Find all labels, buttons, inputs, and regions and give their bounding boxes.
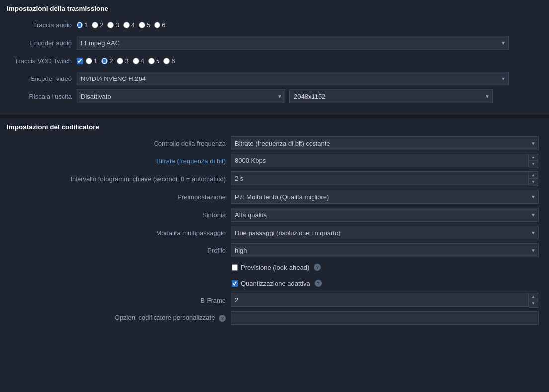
audio-track-2[interactable]: 2 <box>92 21 103 29</box>
bframe-spinbox[interactable] <box>231 293 529 307</box>
rescale-select[interactable]: Disattivato <box>77 89 285 103</box>
enc-row-4: Sintonia Alta qualità ▼ <box>7 207 542 222</box>
encoder-audio-select[interactable]: FFmpeg AAC <box>77 36 509 50</box>
enc-spinbox-down-1[interactable]: ▼ <box>529 161 538 168</box>
enc-value-2: ▲ ▼ <box>231 171 542 186</box>
rescale-dropdown-wrap: Disattivato ▼ <box>77 89 285 103</box>
custom-options-value-col <box>231 311 542 325</box>
rescale-res-dropdown-wrap: 2048x1152 ▼ <box>285 89 493 103</box>
checkbox-row-1: Quantizzazione adattiva ? <box>7 277 542 290</box>
section-divider <box>0 114 549 118</box>
enc-spinbox-up-1[interactable]: ▲ <box>529 154 538 161</box>
enc-value-1: ▲ ▼ <box>231 154 542 168</box>
enc-label-4: Sintonia <box>7 211 231 219</box>
enc-dropdown-4[interactable]: Alta qualità <box>231 208 539 222</box>
bframe-spinbox-buttons: ▲ ▼ <box>529 293 538 308</box>
lookahead-info-icon: ? <box>314 264 321 271</box>
vod-track-checkbox[interactable] <box>77 58 83 64</box>
vod-track-3[interactable]: 3 <box>117 57 128 65</box>
custom-options-label: Opzioni codificatore personalizzate ? <box>7 314 231 322</box>
encoder-video-row: Encoder video NVIDIA NVENC H.264 ▼ <box>7 71 542 86</box>
encoder-audio-label: Encoder audio <box>7 39 77 47</box>
audio-track-group: 1 2 3 4 5 6 <box>77 21 165 29</box>
enc-label-1: Bitrate (frequenza di bit) <box>7 157 231 165</box>
vod-track-label: Traccia VOD Twitch <box>7 57 77 65</box>
bframe-spinbox-wrap: ▲ ▼ <box>231 293 538 308</box>
vod-track-4[interactable]: 4 <box>133 57 144 65</box>
encoder-video-label: Encoder video <box>7 75 77 82</box>
bframe-label: B-Frame <box>7 297 231 304</box>
enc-spinbox-down-2[interactable]: ▼ <box>529 179 538 186</box>
enc-row-0: Controllo della frequenza Bitrate (frequ… <box>7 136 542 151</box>
enc-label-2: Intervallo fotogrammi chiave (secondi, 0… <box>7 175 231 183</box>
section1-title: Impostazioni della trasmissione <box>7 5 542 12</box>
vod-track-group: 1 2 3 4 5 6 <box>86 57 175 65</box>
encoder-video-select[interactable]: NVIDIA NVENC H.264 <box>77 72 509 85</box>
enc-row-3: Preimpostazione P7: Molto lento (Qualità… <box>7 189 542 204</box>
enc-row-2: Intervallo fotogrammi chiave (secondi, 0… <box>7 171 542 186</box>
audio-track-label: Traccia audio <box>7 21 77 29</box>
enc-row-5: Modalità multipassaggio Due passaggi (ri… <box>7 225 542 240</box>
enc-spinbox-up-2[interactable]: ▲ <box>529 172 538 179</box>
adaptive-quantization-info-icon: ? <box>315 280 322 287</box>
enc-row-1: Bitrate (frequenza di bit) ▲ ▼ <box>7 154 542 168</box>
encoder-video-dropdown-wrap: NVIDIA NVENC H.264 ▼ <box>77 72 509 85</box>
bframe-spinbox-down[interactable]: ▼ <box>529 300 538 307</box>
encoder-audio-row: Encoder audio FFmpeg AAC ▼ <box>7 35 542 50</box>
enc-dropdown-6[interactable]: high <box>231 243 539 257</box>
vod-track-row: Traccia VOD Twitch 1 2 3 4 5 <box>7 53 542 68</box>
enc-value-6: high ▼ <box>231 243 542 257</box>
custom-options-row: Opzioni codificatore personalizzate ? <box>7 311 542 325</box>
enc-spinbox-buttons-1: ▲ ▼ <box>529 154 538 168</box>
enc-spinbox-wrap-2: ▲ ▼ <box>231 171 538 186</box>
vod-track-2[interactable]: 2 <box>101 57 113 65</box>
adaptive-quantization-label: Quantizzazione adattiva <box>241 280 310 287</box>
encoder-audio-dropdown-wrap: FFmpeg AAC ▼ <box>77 36 509 50</box>
checkbox-offset-1: Quantizzazione adattiva ? <box>232 280 322 287</box>
enc-label-5: Modalità multipassaggio <box>7 229 231 236</box>
section2-title: Impostazioni del codificatore <box>7 123 542 131</box>
custom-options-input[interactable] <box>231 311 539 325</box>
transmission-settings-section: Impostazioni della trasmissione Traccia … <box>0 0 549 114</box>
enc-value-3: P7: Molto lento (Qualità migliore) ▼ <box>231 190 542 204</box>
enc-value-4: Alta qualità ▼ <box>231 208 542 222</box>
enc-dropdown-wrap-5: Due passaggi (risoluzione un quarto) ▼ <box>231 226 539 239</box>
enc-label-0: Controllo della frequenza <box>7 140 231 147</box>
enc-row-6: Profilo high ▼ <box>7 243 542 258</box>
enc-dropdown-0[interactable]: Bitrate (frequenza di bit) costante <box>231 136 539 150</box>
rescale-row: Riscala l'uscita Disattivato ▼ 2048x1152… <box>7 89 542 104</box>
bframe-value-col: ▲ ▼ <box>231 293 542 308</box>
adaptive-quantization-checkbox[interactable] <box>232 280 238 287</box>
enc-dropdown-5[interactable]: Due passaggi (risoluzione un quarto) <box>231 226 539 239</box>
checkbox-row-0: Previsione (look-ahead) ? <box>7 261 542 274</box>
adaptive-quantization-checkbox-item[interactable]: Quantizzazione adattiva ? <box>232 280 322 287</box>
bframe-row: B-Frame ▲ ▼ <box>7 293 542 308</box>
bframe-spinbox-up[interactable]: ▲ <box>529 293 538 300</box>
audio-track-5[interactable]: 5 <box>139 21 150 29</box>
custom-options-info-icon: ? <box>219 315 226 322</box>
audio-track-3[interactable]: 3 <box>107 21 119 29</box>
audio-track-6[interactable]: 6 <box>154 21 165 29</box>
lookahead-checkbox[interactable] <box>232 264 238 271</box>
vod-track-6[interactable]: 6 <box>163 57 175 65</box>
enc-value-5: Due passaggi (risoluzione un quarto) ▼ <box>231 226 542 239</box>
audio-track-1[interactable]: 1 <box>77 21 88 29</box>
enc-value-0: Bitrate (frequenza di bit) costante ▼ <box>231 136 542 150</box>
encoder-settings-section: Impostazioni del codificatore Controllo … <box>0 118 549 335</box>
rescale-res-select[interactable]: 2048x1152 <box>289 89 493 103</box>
enc-dropdown-3[interactable]: P7: Molto lento (Qualità migliore) <box>231 190 539 204</box>
enc-label-3: Preimpostazione <box>7 193 231 201</box>
enc-dropdown-wrap-0: Bitrate (frequenza di bit) costante ▼ <box>231 136 539 150</box>
vod-track-1[interactable]: 1 <box>86 57 97 65</box>
enc-spinbox-1[interactable] <box>231 154 529 167</box>
lookahead-checkbox-item[interactable]: Previsione (look-ahead) ? <box>232 264 321 271</box>
enc-dropdown-wrap-4: Alta qualità ▼ <box>231 208 539 222</box>
checkbox-offset-0: Previsione (look-ahead) ? <box>232 264 321 271</box>
enc-spinbox-wrap-1: ▲ ▼ <box>231 154 538 168</box>
lookahead-label: Previsione (look-ahead) <box>241 264 309 271</box>
enc-spinbox-2[interactable] <box>231 171 529 185</box>
enc-spinbox-buttons-2: ▲ ▼ <box>529 171 538 186</box>
audio-track-4[interactable]: 4 <box>123 21 135 29</box>
vod-track-5[interactable]: 5 <box>148 57 159 65</box>
audio-track-row: Traccia audio 1 2 3 4 5 <box>7 17 542 32</box>
